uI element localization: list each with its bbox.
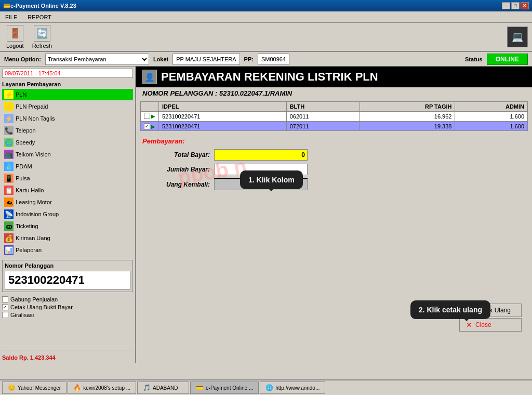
layanan-list: ⚡ PLN ⚡ PLN Prepaid ⚡ PLN Non Taglis 📞 T… — [2, 89, 133, 256]
sidebar-item-telepon[interactable]: 📞 Telepon — [2, 125, 133, 136]
cetak-label: Cetak Ulang Bukti Bayar — [10, 304, 73, 310]
tooltip-1-text: 1. Klik Kolom — [248, 176, 295, 184]
nomor-pelanggan-info-text: NOMOR PELANGGAN : 52310.022047.1/RAMIN — [142, 89, 292, 97]
sidebar-item-leasing-motor[interactable]: 🏍 Leasing Motor — [2, 196, 133, 208]
sidebar-item-telkom-vision[interactable]: 📺 Telkom Vision — [2, 149, 133, 160]
row2-blth: 072011 — [286, 122, 360, 131]
pulsa-label: Pulsa — [16, 175, 30, 181]
sidebar-item-pln-nontaglis[interactable]: ⚡ PLN Non Taglis — [2, 113, 133, 124]
indovision-icon: 📡 — [4, 209, 14, 219]
taskbar-kevin[interactable]: 🔥 kevin2008's setup ... — [68, 381, 136, 394]
giralisasi-checkbox[interactable] — [2, 312, 8, 318]
payment-section: Pembayaran: Total Bayar: 0 Jumlah Bayar:… — [136, 133, 532, 198]
right-panel: 👤 PEMBAYARAN REKENING LISTRIK PLN NOMOR … — [136, 67, 532, 363]
pln-label: PLN — [16, 91, 26, 98]
maximize-button[interactable]: □ — [511, 2, 520, 9]
table-container: IDPEL BLTH RP TAGIH ADMIN ▶ — [136, 99, 532, 133]
telepon-label: Telepon — [16, 127, 36, 134]
menu-bar: FILE REPORT — [0, 11, 532, 23]
sidebar-item-kiriman-uang[interactable]: 💰 Kiriman Uang — [2, 232, 133, 244]
gabung-label: Gabung Penjualan — [10, 296, 58, 302]
kiriman-uang-label: Kiriman Uang — [16, 235, 50, 241]
refresh-button[interactable]: 🔄 Refresh — [30, 24, 55, 50]
indovision-label: Indovision Group — [16, 211, 59, 217]
row1-idpel: 523100220471 — [159, 112, 287, 122]
pln-prepaid-icon: ⚡ — [4, 102, 14, 111]
close-button[interactable]: ✕ — [521, 2, 529, 9]
sidebar-item-indovision[interactable]: 📡 Indovision Group — [2, 208, 133, 220]
row1-rp-tagih: 16.962 — [360, 112, 455, 122]
row2-idpel: 523100220471 — [159, 122, 287, 131]
taskbar-adaband[interactable]: 🎵 ADABAND — [137, 381, 189, 394]
nomor-pelanggan-display: 523100220471 — [5, 271, 130, 289]
row2-check[interactable]: ✓ ▶ — [141, 122, 159, 131]
pp-value: SM00964 — [258, 54, 289, 65]
checkboxes-section: Gabung Penjualan ✓ Cetak Ulang Bukti Bay… — [2, 296, 133, 318]
yahoo-icon: 😊 — [8, 384, 16, 391]
sidebar-item-speedy[interactable]: 🌐 Speedy — [2, 137, 133, 148]
menu-option-select[interactable]: Transaksi Pembayaran — [45, 54, 149, 65]
left-panel: 09/07/2011 - 17:45:04 Layanan Pembayaran… — [0, 67, 136, 363]
minimize-button[interactable]: – — [502, 2, 510, 9]
pln-nontaglis-icon: ⚡ — [4, 114, 14, 123]
jumlah-bayar-row: Jumlah Bayar: — [142, 164, 526, 175]
toolbar: 🚪 Logout 🔄 Refresh 💻 — [0, 23, 532, 52]
epayment-label: e-Payment Online ... — [206, 385, 253, 391]
cetak-checkbox[interactable]: ✓ — [2, 304, 8, 310]
title-bar-text: e-Payment Online V.8.23 — [10, 3, 502, 9]
pelaporan-label: Pelaporan — [16, 247, 42, 253]
tooltip-2: 2. Klik cetak ulang — [410, 300, 490, 319]
logout-button[interactable]: 🚪 Logout — [4, 24, 26, 50]
layanan-title: Layanan Pembayaran — [2, 81, 133, 87]
col-admin: ADMIN — [455, 102, 528, 112]
close-label: Close — [475, 321, 491, 328]
epayment-icon: 💳 — [196, 384, 204, 391]
loket-label: Loket — [153, 56, 168, 62]
kartu-hallo-label: Kartu Hallo — [16, 187, 44, 193]
refresh-icon: 🔄 — [34, 25, 50, 42]
col-rp-tagih: RP TAGIH — [360, 102, 455, 112]
menu-report[interactable]: REPORT — [24, 13, 55, 21]
row1-blth: 062011 — [286, 112, 360, 122]
taskbar-epayment[interactable]: 💳 e-Payment Online ... — [190, 381, 259, 394]
pdam-icon: 💧 — [4, 162, 14, 171]
sidebar-item-pdam[interactable]: 💧 PDAM — [2, 161, 133, 172]
saldo-bar: Saldo Rp. 1.423.344 — [2, 350, 133, 361]
menu-file[interactable]: FILE — [2, 13, 20, 21]
telkom-vision-label: Telkom Vision — [16, 151, 51, 157]
adaband-label: ADABAND — [153, 385, 178, 391]
title-bar: 💳 e-Payment Online V.8.23 – □ ✕ — [0, 0, 532, 11]
taskbar-arindo[interactable]: 🌐 http://www.arindo... — [260, 381, 325, 394]
giralisasi-checkbox-row[interactable]: Giralisasi — [2, 312, 133, 318]
sidebar-item-kartu-hallo[interactable]: 📋 Kartu Hallo — [2, 185, 133, 196]
sidebar-item-pln-prepaid[interactable]: ⚡ PLN Prepaid — [2, 101, 133, 112]
gabung-checkbox-row[interactable]: Gabung Penjualan — [2, 296, 133, 302]
title-bar-icon: 💳 — [3, 3, 10, 9]
nomor-pelanggan-title: Nomor Pelanggan — [5, 262, 130, 269]
table-row[interactable]: ✓ ▶ 523100220471 072011 19.338 1.600 — [141, 122, 528, 131]
col-idpel: IDPEL — [159, 102, 287, 112]
sidebar-item-pelaporan[interactable]: 📊 Pelaporan — [2, 244, 133, 256]
menu-option-label: Menu Option: — [4, 56, 41, 62]
kartu-hallo-icon: 📋 — [4, 186, 14, 195]
app-logo: 💻 — [507, 27, 528, 47]
payment-title: Pembayaran: — [142, 137, 526, 145]
table-row[interactable]: ▶ 523100220471 062011 16.962 1.600 — [141, 112, 528, 122]
gabung-checkbox[interactable] — [2, 296, 8, 302]
cetak-checkbox-row[interactable]: ✓ Cetak Ulang Bukti Bayar — [2, 304, 133, 310]
datetime-box: 09/07/2011 - 17:45:04 — [2, 69, 133, 78]
ticketing-icon: 🎟 — [4, 221, 14, 231]
sidebar-item-ticketing[interactable]: 🎟 Ticketing — [2, 220, 133, 232]
row1-check[interactable]: ▶ — [141, 112, 159, 122]
status-online: ONLINE — [487, 54, 528, 65]
sidebar-item-pln[interactable]: ⚡ PLN — [2, 89, 133, 100]
loket-value: PP MAJU SEJAHTERA — [172, 54, 240, 65]
logout-label: Logout — [6, 43, 24, 49]
total-bayar-input[interactable]: 0 — [214, 149, 308, 161]
taskbar-yahoo[interactable]: 😊 Yahoo! Messenger — [2, 381, 66, 394]
row2-rp-tagih: 19.338 — [360, 122, 455, 131]
sidebar-item-pulsa[interactable]: 📱 Pulsa — [2, 173, 133, 184]
tooltip-2-text: 2. Klik cetak ulang — [419, 306, 482, 314]
header-icon: 👤 — [142, 70, 157, 84]
pulsa-icon: 📱 — [4, 174, 14, 183]
